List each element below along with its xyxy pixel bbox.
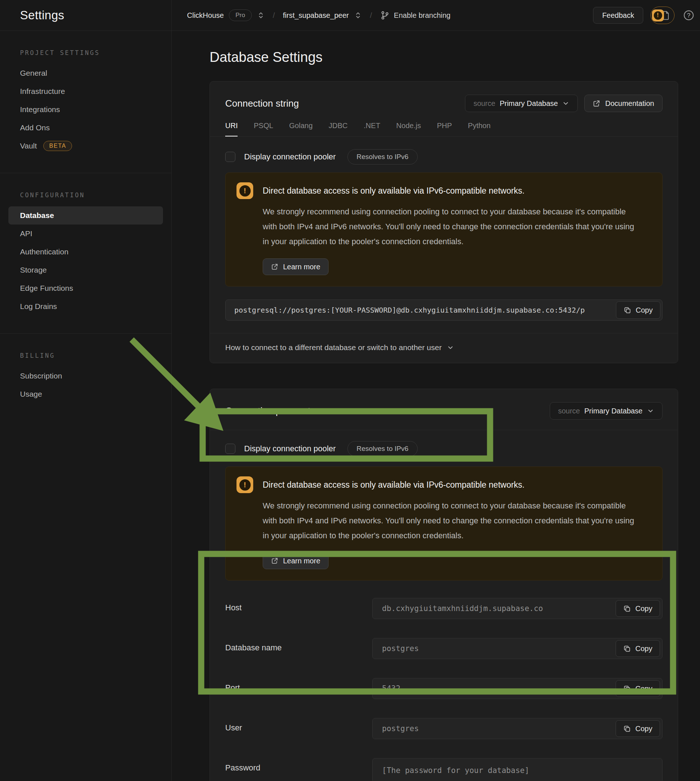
chevron-down-icon (447, 344, 454, 351)
sidebar-item-add-ons[interactable]: Add Ons (8, 118, 163, 137)
section-label: PROJECT SETTINGS (0, 49, 172, 57)
copy-icon (623, 605, 631, 612)
tab-uri[interactable]: URI (225, 122, 238, 137)
selector-icon (257, 11, 265, 19)
resolves-to-ipv6-badge: Resolves to IPv6 (347, 149, 418, 165)
window-title: Settings (20, 8, 64, 22)
external-link-icon (271, 263, 278, 270)
password-field[interactable]: [The password for your database] (372, 758, 663, 781)
sidebar-item-vault[interactable]: Vault BETA (8, 137, 163, 155)
host-field[interactable]: db.cxhygiuitamxhniiddjm.supabase.co Copy (372, 598, 663, 619)
tab-jdbc[interactable]: JDBC (328, 122, 347, 137)
copy-connection-string-button[interactable]: Copy (616, 301, 660, 319)
project-name: first_supabase_peer (283, 11, 348, 20)
copy-icon (623, 306, 631, 314)
tab-golang[interactable]: Golang (289, 122, 313, 137)
pooler-row: Display connection pooler Resolves to IP… (210, 137, 678, 168)
warning-title: Direct database access is only available… (263, 480, 525, 490)
display-connection-pooler-checkbox[interactable] (225, 444, 235, 454)
source-dropdown[interactable]: source Primary Database (550, 402, 663, 420)
source-dropdown[interactable]: source Primary Database (465, 95, 578, 112)
connection-parameters-header: Connection parameters source Primary Dat… (210, 389, 678, 430)
param-row-database-name: Database name postgres Copy (225, 638, 663, 659)
section-configuration: CONFIGURATION Database API Authenticatio… (0, 173, 172, 334)
copy-database-name-button[interactable]: Copy (616, 640, 660, 657)
warning-icon: ! (237, 476, 253, 493)
card-title: Connection parameters (225, 406, 323, 417)
chevron-down-icon (562, 100, 569, 107)
branch-action-label: Enable branching (394, 11, 451, 20)
beta-badge: BETA (43, 141, 72, 151)
documentation-button[interactable]: Documentation (584, 95, 663, 112)
param-row-password: Password [The password for your database… (225, 758, 663, 781)
top-header: ClickHouse Pro / first_supabase_peer / E… (172, 0, 700, 31)
port-field[interactable]: 5432 Copy (372, 678, 663, 699)
org-selector[interactable]: ClickHouse Pro (187, 10, 265, 21)
sidebar-header: Settings (0, 0, 172, 31)
sidebar-item-database[interactable]: Database (8, 206, 163, 225)
org-name: ClickHouse (187, 11, 224, 20)
ipv6-warning-banner: ! Direct database access is only availab… (225, 172, 663, 286)
settings-sidebar: Settings PROJECT SETTINGS General Infras… (0, 0, 172, 781)
connection-string-value: postgresql://postgres:[YOUR-PASSWORD]@db… (234, 306, 585, 314)
sidebar-item-usage[interactable]: Usage (8, 385, 163, 403)
database-name-field[interactable]: postgres Copy (372, 638, 663, 659)
header-actions: Feedback ! ? (593, 7, 694, 24)
section-project-settings: PROJECT SETTINGS General Infrastructure … (0, 31, 172, 173)
help-icon[interactable]: ? (683, 10, 694, 21)
copy-user-button[interactable]: Copy (616, 720, 660, 737)
connection-string-field[interactable]: postgresql://postgres:[YOUR-PASSWORD]@db… (225, 300, 663, 320)
sidebar-item-api[interactable]: API (8, 225, 163, 243)
sidebar-item-authentication[interactable]: Authentication (8, 243, 163, 261)
git-branch-icon (380, 10, 390, 20)
sidebar-item-infrastructure[interactable]: Infrastructure (8, 82, 163, 100)
ipv6-warning-banner: ! Direct database access is only availab… (225, 467, 663, 581)
connection-string-card: Connection string source Primary Databas… (210, 81, 678, 363)
sidebar-item-integrations[interactable]: Integrations (8, 100, 163, 118)
copy-icon (623, 685, 631, 693)
sidebar-item-log-drains[interactable]: Log Drains (8, 297, 163, 315)
svg-text:?: ? (687, 12, 690, 19)
breadcrumb: ClickHouse Pro / first_supabase_peer / E… (187, 10, 450, 21)
copy-port-button[interactable]: Copy (616, 680, 660, 697)
alert-icon: ! (652, 10, 664, 22)
sidebar-item-general[interactable]: General (8, 64, 163, 82)
notifications-button[interactable]: ! (650, 7, 675, 24)
project-selector[interactable]: first_supabase_peer (283, 11, 362, 20)
warning-body: We strongly recommend using connection p… (263, 498, 641, 543)
warning-title: Direct database access is only available… (263, 186, 525, 196)
copy-host-button[interactable]: Copy (616, 600, 660, 617)
page-title: Database Settings (210, 50, 678, 65)
tab-dotnet[interactable]: .NET (364, 122, 380, 137)
learn-more-button[interactable]: Learn more (263, 552, 328, 569)
connection-parameters-fields: Host db.cxhygiuitamxhniiddjm.supabase.co… (210, 598, 678, 781)
pooler-row: Display connection pooler Resolves to IP… (210, 430, 678, 461)
connection-parameters-card: Connection parameters source Primary Dat… (210, 389, 678, 781)
learn-more-button[interactable]: Learn more (263, 259, 328, 275)
main-content: Database Settings Connection string sour… (172, 31, 700, 781)
display-connection-pooler-checkbox[interactable] (225, 152, 235, 162)
connection-string-tabs: URI PSQL Golang JDBC .NET Node.js PHP Py… (210, 122, 678, 137)
tab-nodejs[interactable]: Node.js (396, 122, 421, 137)
feedback-button[interactable]: Feedback (593, 7, 643, 23)
sidebar-item-subscription[interactable]: Subscription (8, 367, 163, 385)
how-to-connect-toggle[interactable]: How to connect to a different database o… (210, 333, 678, 363)
sidebar-item-edge-functions[interactable]: Edge Functions (8, 279, 163, 297)
section-label: CONFIGURATION (0, 191, 172, 199)
selector-icon (354, 11, 362, 19)
warning-icon: ! (237, 182, 253, 199)
tab-php[interactable]: PHP (437, 122, 452, 137)
breadcrumb-separator: / (273, 11, 275, 20)
tab-python[interactable]: Python (468, 122, 490, 137)
tab-psql[interactable]: PSQL (253, 122, 273, 137)
enable-branching-button[interactable]: Enable branching (380, 10, 451, 20)
param-row-user: User postgres Copy (225, 718, 663, 739)
card-title: Connection string (225, 98, 299, 109)
section-billing: BILLING Subscription Usage (0, 334, 172, 421)
param-row-host: Host db.cxhygiuitamxhniiddjm.supabase.co… (225, 598, 663, 619)
warning-body: We strongly recommend using connection p… (263, 204, 641, 249)
param-row-port: Port 5432 Copy (225, 678, 663, 699)
user-field[interactable]: postgres Copy (372, 718, 663, 739)
sidebar-item-storage[interactable]: Storage (8, 261, 163, 279)
resolves-to-ipv6-badge: Resolves to IPv6 (347, 441, 418, 456)
